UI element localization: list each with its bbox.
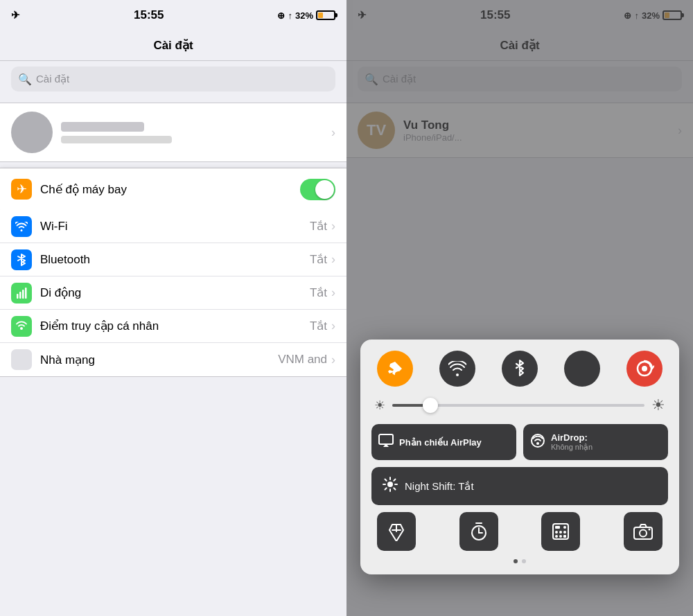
battery-percent-left: 32% (295, 10, 313, 21)
svg-line-18 (385, 488, 387, 489)
cc-dot-1 (514, 559, 518, 563)
left-search-bar[interactable]: 🔍 Cài đặt (11, 67, 335, 91)
cc-bluetooth-button[interactable] (502, 351, 538, 387)
carrier-row-value: VNM and (278, 353, 327, 367)
left-status-left: ✈ (11, 9, 20, 21)
bluetooth-row-label: Bluetooth (40, 253, 310, 267)
svg-point-10 (387, 482, 393, 487)
hotspot-row-value: Tắt (310, 319, 327, 333)
cellular-row-value: Tắt (310, 285, 327, 300)
svg-rect-1 (19, 292, 21, 299)
bluetooth-row[interactable]: Bluetooth Tắt › (0, 243, 346, 276)
cc-airdrop-icon (530, 433, 545, 452)
cc-airplane-button[interactable] (377, 351, 413, 387)
cc-airplay-text: Phản chiếu AirPlay (399, 437, 482, 448)
cc-brightness-slider[interactable] (392, 404, 644, 407)
svg-point-9 (536, 442, 539, 445)
cc-brightness-high-icon: ☀ (651, 396, 665, 414)
airplane-toggle-thumb (315, 180, 334, 199)
svg-point-33 (559, 535, 562, 538)
left-nav-title: Cài đặt (153, 38, 193, 53)
cc-flashlight-button[interactable] (377, 512, 416, 551)
wifi-row-label: Wi-Fi (40, 220, 310, 234)
svg-point-37 (648, 529, 650, 531)
hotspot-row[interactable]: Điểm truy cập cá nhân Tắt › (0, 310, 346, 343)
svg-point-28 (563, 526, 566, 529)
svg-rect-3 (25, 288, 27, 299)
left-profile-section[interactable]: › (0, 103, 346, 162)
left-status-right: ⊕ ↑ 32% (277, 10, 335, 21)
cc-camera-button[interactable] (624, 512, 663, 551)
left-search-text: Cài đặt (36, 73, 69, 85)
cc-bottom-row (371, 512, 668, 551)
profile-sub-blur-left (61, 136, 172, 143)
cc-calculator-button[interactable] (541, 512, 580, 551)
cc-night-shift-button[interactable]: Night Shift: Tắt (371, 467, 668, 505)
cc-page-dots (371, 559, 668, 563)
bluetooth-row-icon (11, 249, 32, 270)
cc-airdrop-button[interactable]: AirDrop: Không nhận (523, 424, 668, 460)
profile-avatar-left (11, 112, 53, 153)
svg-rect-2 (22, 290, 24, 299)
svg-rect-0 (17, 294, 19, 299)
svg-rect-7 (379, 434, 393, 444)
profile-chevron-left: › (331, 125, 335, 140)
airplane-mode-row[interactable]: ✈ Chế độ máy bay (0, 173, 346, 206)
svg-line-17 (394, 479, 395, 481)
cc-airdrop-sub: Không nhận (551, 443, 593, 452)
cc-top-row (371, 351, 668, 387)
carrier-row-label: Nhà mạng (40, 353, 278, 367)
svg-point-29 (555, 531, 558, 534)
carrier-row[interactable]: Nhà mạng VNM and › (0, 343, 346, 376)
wifi-row-chevron: › (331, 219, 335, 234)
settings-list-left: ✈ Chế độ máy bay Wi-Fi (0, 168, 346, 377)
svg-line-15 (385, 479, 387, 481)
settings-section-network: ✈ Chế độ máy bay Wi-Fi (0, 168, 346, 377)
cc-airplay-icon (378, 433, 394, 452)
cc-moon-button[interactable] (564, 351, 600, 387)
battery-fill-left (318, 12, 323, 18)
left-panel: ✈ 15:55 ⊕ ↑ 32% Cài đặt 🔍 Cài đặt › (0, 0, 346, 616)
wifi-row-icon (11, 216, 32, 237)
left-nav-bar: Cài đặt (0, 30, 346, 61)
cellular-row-chevron: › (331, 285, 335, 300)
profile-info-left (61, 122, 323, 143)
svg-rect-27 (555, 526, 560, 529)
wifi-row-value: Tắt (310, 219, 327, 234)
cc-brightness-row: ☀ ☀ (371, 396, 668, 414)
svg-point-30 (559, 531, 562, 534)
svg-point-31 (563, 531, 566, 534)
location-icon: ⊕ (277, 10, 285, 21)
airplane-row-container: ✈ Chế độ máy bay (0, 168, 346, 210)
cc-night-shift-icon (383, 477, 398, 495)
hotspot-row-chevron: › (331, 319, 335, 333)
upload-icon: ↑ (288, 10, 292, 21)
airplane-mode-status-icon: ✈ (11, 9, 20, 21)
profile-name-blur-left (61, 122, 144, 132)
cellular-row-label: Di động (40, 285, 310, 300)
cc-airdrop-text: AirDrop: Không nhận (551, 432, 593, 452)
wifi-row[interactable]: Wi-Fi Tắt › (0, 210, 346, 243)
left-status-bar: ✈ 15:55 ⊕ ↑ 32% (0, 0, 346, 30)
cc-airplay-title: Phản chiếu AirPlay (399, 437, 482, 448)
svg-point-6 (642, 366, 647, 371)
control-center-popup: ☀ ☀ Phản chiếu AirPlay (360, 340, 679, 574)
cc-airdrop-title: AirDrop: (551, 432, 593, 443)
cc-airplay-button[interactable]: Phản chiếu AirPlay (371, 424, 516, 460)
cc-brightness-thumb[interactable] (423, 398, 438, 413)
cc-mid-row: Phản chiếu AirPlay AirDrop: Không nhận (371, 424, 668, 460)
cellular-row-icon (11, 283, 32, 303)
cellular-row[interactable]: Di động Tắt › (0, 276, 346, 310)
carrier-row-chevron: › (331, 353, 335, 367)
airplane-row-icon: ✈ (11, 179, 32, 200)
battery-icon-left (316, 10, 335, 20)
svg-rect-34 (563, 535, 566, 538)
cc-brightness-low-icon: ☀ (374, 398, 385, 413)
bluetooth-row-chevron: › (331, 252, 335, 267)
airplane-toggle[interactable] (300, 179, 335, 200)
hotspot-row-label: Điểm truy cập cá nhân (40, 319, 310, 333)
cc-timer-button[interactable] (459, 512, 498, 551)
svg-point-32 (555, 535, 558, 538)
cc-wifi-button[interactable] (439, 351, 475, 387)
cc-lock-rotate-button[interactable] (626, 351, 663, 387)
